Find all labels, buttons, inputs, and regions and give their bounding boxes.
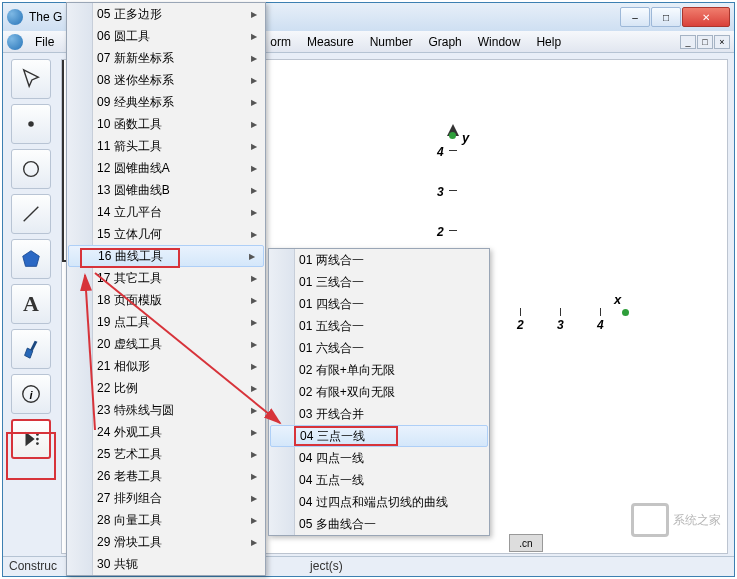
menu1-item-6[interactable]: 11 箭头工具▶ xyxy=(67,135,265,157)
menu2-item-3[interactable]: 01 五线合一 xyxy=(269,315,489,337)
svg-line-2 xyxy=(24,207,39,222)
menu1-item-25[interactable]: 30 共轭 xyxy=(67,553,265,575)
menu2-item-9[interactable]: 04 四点一线 xyxy=(269,447,489,469)
y-axis-label: y xyxy=(462,130,469,145)
submenu-arrow-icon: ▶ xyxy=(249,252,255,261)
submenu-arrow-icon: ▶ xyxy=(251,362,257,371)
menu2-item-1[interactable]: 01 三线合一 xyxy=(269,271,489,293)
menu2-item-10[interactable]: 04 五点一线 xyxy=(269,469,489,491)
submenu-arrow-icon: ▶ xyxy=(251,98,257,107)
submenu-arrow-icon: ▶ xyxy=(251,428,257,437)
menu1-item-15[interactable]: 20 虚线工具▶ xyxy=(67,333,265,355)
menu1-item-24[interactable]: 29 滑块工具▶ xyxy=(67,531,265,553)
info-tool-icon[interactable]: i xyxy=(11,374,51,414)
svg-point-0 xyxy=(28,121,34,127)
menu1-item-2[interactable]: 07 新新坐标系▶ xyxy=(67,47,265,69)
menu2-item-6[interactable]: 02 有限+双向无限 xyxy=(269,381,489,403)
menu1-item-19[interactable]: 24 外观工具▶ xyxy=(67,421,265,443)
menu1-item-4[interactable]: 09 经典坐标系▶ xyxy=(67,91,265,113)
mdi-close-button[interactable]: × xyxy=(714,35,730,49)
menu-number[interactable]: Number xyxy=(362,33,421,51)
custom-tool-icon[interactable] xyxy=(11,419,51,459)
submenu-arrow-icon: ▶ xyxy=(251,472,257,481)
submenu-arrow-icon: ▶ xyxy=(251,164,257,173)
menu-window[interactable]: Window xyxy=(470,33,529,51)
status-left: Construc xyxy=(9,559,57,573)
custom-tool-menu: 05 正多边形▶06 圆工具▶07 新新坐标系▶08 迷你坐标系▶09 经典坐标… xyxy=(66,2,266,576)
x-axis-label: x xyxy=(614,292,621,307)
minimize-button[interactable]: – xyxy=(620,7,650,27)
doc-icon xyxy=(7,34,23,50)
x-axis-endpoint[interactable] xyxy=(622,309,629,316)
menu1-item-11[interactable]: 16 曲线工具▶ xyxy=(68,245,264,267)
submenu-arrow-icon: ▶ xyxy=(251,406,257,415)
menu-help[interactable]: Help xyxy=(528,33,569,51)
menu2-item-7[interactable]: 03 开线合并 xyxy=(269,403,489,425)
menu1-item-16[interactable]: 21 相似形▶ xyxy=(67,355,265,377)
menu2-item-11[interactable]: 04 过四点和端点切线的曲线 xyxy=(269,491,489,513)
menu1-item-0[interactable]: 05 正多边形▶ xyxy=(67,3,265,25)
menu1-item-17[interactable]: 22 比例▶ xyxy=(67,377,265,399)
menu1-item-13[interactable]: 18 页面模版▶ xyxy=(67,289,265,311)
menu1-item-20[interactable]: 25 艺术工具▶ xyxy=(67,443,265,465)
point-tool-icon[interactable] xyxy=(11,104,51,144)
menu1-item-9[interactable]: 14 立几平台▶ xyxy=(67,201,265,223)
svg-point-7 xyxy=(36,438,39,441)
curve-tool-submenu: 01 两线合一01 三线合一01 四线合一01 五线合一01 六线合一02 有限… xyxy=(268,248,490,536)
watermark: 系统之家 xyxy=(631,503,721,537)
mdi-minimize-button[interactable]: _ xyxy=(680,35,696,49)
menu2-item-12[interactable]: 05 多曲线合一 xyxy=(269,513,489,535)
tool-palette: A i xyxy=(7,59,55,459)
submenu-arrow-icon: ▶ xyxy=(251,340,257,349)
app-icon xyxy=(7,9,23,25)
y-axis xyxy=(62,60,64,260)
menu1-item-23[interactable]: 28 向量工具▶ xyxy=(67,509,265,531)
select-arrow-icon[interactable] xyxy=(11,59,51,99)
svg-point-6 xyxy=(36,433,39,436)
submenu-arrow-icon: ▶ xyxy=(251,516,257,525)
menu1-item-18[interactable]: 23 特殊线与圆▶ xyxy=(67,399,265,421)
x-tick-3: 3 xyxy=(557,318,564,332)
menu-measure[interactable]: Measure xyxy=(299,33,362,51)
submenu-arrow-icon: ▶ xyxy=(251,76,257,85)
submenu-arrow-icon: ▶ xyxy=(251,450,257,459)
menu2-item-4[interactable]: 01 六线合一 xyxy=(269,337,489,359)
submenu-arrow-icon: ▶ xyxy=(251,384,257,393)
x-tick-2: 2 xyxy=(517,318,524,332)
submenu-arrow-icon: ▶ xyxy=(251,296,257,305)
circle-tool-icon[interactable] xyxy=(11,149,51,189)
menu1-item-5[interactable]: 10 函数工具▶ xyxy=(67,113,265,135)
status-right: ject(s) xyxy=(310,559,343,573)
submenu-arrow-icon: ▶ xyxy=(251,32,257,41)
submenu-arrow-icon: ▶ xyxy=(251,10,257,19)
menu2-item-8[interactable]: 04 三点一线 xyxy=(270,425,488,447)
menu2-item-0[interactable]: 01 两线合一 xyxy=(269,249,489,271)
submenu-arrow-icon: ▶ xyxy=(251,208,257,217)
menu-form[interactable]: orm xyxy=(262,33,299,51)
y-axis-endpoint[interactable] xyxy=(449,132,456,139)
menu1-item-14[interactable]: 19 点工具▶ xyxy=(67,311,265,333)
menu1-item-10[interactable]: 15 立体几何▶ xyxy=(67,223,265,245)
text-tool-icon[interactable]: A xyxy=(11,284,51,324)
menu1-item-8[interactable]: 13 圆锥曲线B▶ xyxy=(67,179,265,201)
x-tick-4: 4 xyxy=(597,318,604,332)
polygon-tool-icon[interactable] xyxy=(11,239,51,279)
maximize-button[interactable]: □ xyxy=(651,7,681,27)
menu1-item-1[interactable]: 06 圆工具▶ xyxy=(67,25,265,47)
menu1-item-21[interactable]: 26 老巷工具▶ xyxy=(67,465,265,487)
menu1-item-12[interactable]: 17 其它工具▶ xyxy=(67,267,265,289)
menu-graph[interactable]: Graph xyxy=(420,33,469,51)
menu1-item-22[interactable]: 27 排列组合▶ xyxy=(67,487,265,509)
menu1-item-7[interactable]: 12 圆锥曲线A▶ xyxy=(67,157,265,179)
menu-file[interactable]: File xyxy=(27,33,62,51)
marker-tool-icon[interactable] xyxy=(11,329,51,369)
submenu-arrow-icon: ▶ xyxy=(251,318,257,327)
mdi-maximize-button[interactable]: □ xyxy=(697,35,713,49)
line-tool-icon[interactable] xyxy=(11,194,51,234)
menu1-item-3[interactable]: 08 迷你坐标系▶ xyxy=(67,69,265,91)
svg-text:i: i xyxy=(29,389,33,401)
close-button[interactable]: ✕ xyxy=(682,7,730,27)
menu2-item-2[interactable]: 01 四线合一 xyxy=(269,293,489,315)
menu2-item-5[interactable]: 02 有限+单向无限 xyxy=(269,359,489,381)
y-tick-2: 2 xyxy=(437,225,444,239)
